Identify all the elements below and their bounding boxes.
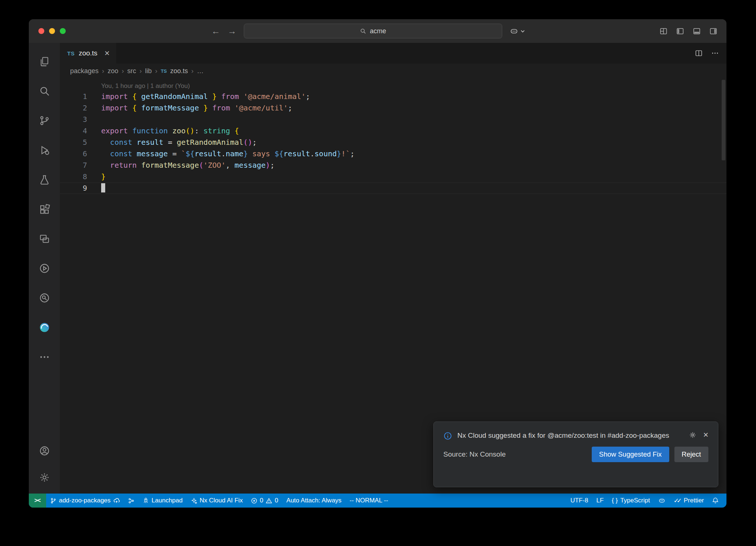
eol-item[interactable]: LF (592, 494, 608, 508)
breadcrumb-item-file[interactable]: zoo.ts (170, 67, 188, 75)
formatter-item[interactable]: ✓✓ Prettier (670, 494, 708, 508)
breadcrumb-item-zoo[interactable]: zoo (107, 67, 118, 75)
code-line-5[interactable]: 5 const result = getRandomAnimal(); (60, 137, 726, 148)
notification-settings-gear-icon[interactable] (689, 431, 697, 439)
activity-run-tools[interactable] (29, 253, 60, 283)
forward-button[interactable]: → (228, 26, 237, 36)
breadcrumb-item-packages[interactable]: packages (70, 67, 99, 75)
line-number: 3 (60, 114, 87, 125)
activity-extensions[interactable] (29, 194, 60, 224)
explorer-icon (39, 56, 50, 67)
formatter-label: Prettier (684, 497, 704, 504)
line-number: 5 (60, 137, 87, 148)
customize-layout-icon[interactable] (659, 27, 668, 35)
auto-attach-item[interactable]: Auto Attach: Always (282, 494, 346, 508)
activity-source-control[interactable] (29, 106, 60, 135)
status-bar: >< add-zoo-packages Launchpad (29, 494, 726, 508)
run-debug-icon (39, 144, 50, 156)
tab-bar: TS zoo.ts × (60, 43, 726, 64)
source-control-icon (39, 115, 50, 126)
titlebar-layout-controls (659, 19, 718, 43)
code-line-1[interactable]: 1import { getRandomAnimal } from '@acme/… (60, 91, 726, 102)
settings-button[interactable] (29, 464, 60, 491)
line-number: 7 (60, 160, 87, 171)
activity-search[interactable] (29, 76, 60, 106)
activity-inspect[interactable] (29, 283, 60, 313)
code-text: export function zoo(): string { (87, 125, 239, 137)
show-suggested-fix-button[interactable]: Show Suggested Fix (592, 447, 669, 462)
info-icon (443, 431, 452, 440)
code-line-8[interactable]: 8} (60, 171, 726, 182)
nx-graph-icon (128, 498, 134, 504)
toggle-panel-icon[interactable] (693, 27, 701, 35)
activity-more-views[interactable] (29, 342, 60, 372)
breadcrumb-item-lib[interactable]: lib (145, 67, 152, 75)
close-window-button[interactable] (38, 28, 44, 34)
testing-beaker-icon (39, 174, 50, 185)
activity-edge-tools[interactable] (29, 313, 60, 342)
tab-zoo-ts[interactable]: TS zoo.ts × (60, 43, 116, 64)
nx-graph-item[interactable] (124, 494, 138, 508)
activity-run-debug[interactable] (29, 135, 60, 165)
code-text: import { formatMessage } from '@acme/uti… (87, 102, 292, 114)
code-line-2[interactable]: 2import { formatMessage } from '@acme/ut… (60, 102, 726, 114)
launchpad-item[interactable]: Launchpad (138, 494, 187, 508)
activity-remote-explorer[interactable] (29, 224, 60, 253)
editor-actions (695, 43, 726, 64)
copilot-status-item[interactable] (654, 494, 670, 508)
language-label: TypeScript (620, 497, 650, 504)
more-actions-icon[interactable] (711, 49, 719, 57)
code-line-7[interactable]: 7 return formatMessage('ZOO', message); (60, 160, 726, 171)
activity-testing[interactable] (29, 165, 60, 194)
activity-explorer[interactable] (29, 47, 60, 76)
vertical-scrollbar[interactable] (722, 80, 725, 160)
git-branch-item[interactable]: add-zoo-packages (46, 494, 124, 508)
code-line-4[interactable]: 4export function zoo(): string { (60, 125, 726, 137)
tab-close-icon[interactable]: × (104, 49, 110, 58)
accounts-button[interactable] (29, 437, 60, 464)
breadcrumb-item-src[interactable]: src (127, 67, 136, 75)
code-text: } (87, 171, 106, 182)
problems-item[interactable]: 0 0 (247, 494, 282, 508)
vim-mode-item[interactable]: -- NORMAL -- (346, 494, 392, 508)
reject-button[interactable]: Reject (674, 447, 708, 462)
chevron-right-icon: › (155, 67, 157, 75)
copilot-menu-button[interactable] (510, 27, 525, 35)
notification-close-icon[interactable]: × (703, 431, 708, 439)
typescript-file-icon: TS (161, 68, 167, 74)
code-lines: 1import { getRandomAnimal } from '@acme/… (60, 91, 726, 194)
line-number: 6 (60, 148, 87, 160)
account-icon (39, 445, 50, 457)
git-branch-icon (50, 498, 56, 504)
back-button[interactable]: ← (212, 26, 220, 36)
split-editor-icon[interactable] (695, 49, 703, 57)
zoom-window-button[interactable] (60, 28, 66, 34)
gear-icon (39, 472, 50, 483)
code-line-6[interactable]: 6 const message = `${result.name} says $… (60, 148, 726, 160)
chevron-right-icon: › (102, 67, 104, 75)
nx-cloud-ai-fix-item[interactable]: Nx Cloud AI Fix (187, 494, 247, 508)
line-number: 1 (60, 91, 87, 102)
toggle-secondary-sidebar-icon[interactable] (709, 27, 718, 35)
code-line-3[interactable]: 3 (60, 114, 726, 125)
remote-indicator[interactable]: >< (29, 494, 46, 508)
typescript-file-icon: TS (67, 50, 75, 57)
sparkle-icon (191, 498, 197, 504)
minimize-window-button[interactable] (49, 28, 55, 34)
notifications-bell-item[interactable] (708, 494, 723, 508)
error-count: 0 (260, 497, 263, 504)
vim-mode-label: -- NORMAL -- (350, 497, 388, 504)
code-line-9[interactable]: 9 (60, 182, 726, 194)
activity-bar (29, 43, 60, 494)
language-mode-item[interactable]: { } TypeScript (608, 494, 654, 508)
command-center-value: acme (370, 27, 386, 35)
titlebar-center: ← → acme (212, 19, 525, 43)
code-text: import { getRandomAnimal } from '@acme/a… (87, 91, 310, 102)
breadcrumb-overflow[interactable]: … (197, 67, 203, 75)
toggle-primary-sidebar-icon[interactable] (676, 27, 684, 35)
command-center-search[interactable]: acme (244, 24, 502, 38)
chevron-down-icon (520, 29, 525, 34)
branch-name: add-zoo-packages (59, 497, 111, 504)
encoding-item[interactable]: UTF-8 (566, 494, 592, 508)
status-bar-right: UTF-8 LF { } TypeScript ✓✓ Prettier (566, 494, 726, 508)
